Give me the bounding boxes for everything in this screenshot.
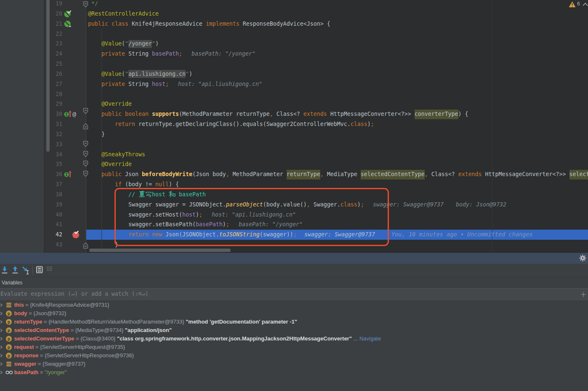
token-def: (body != (122, 181, 155, 187)
git-blame-annotation: You, 10 minutes ago • Uncommitted change… (391, 230, 533, 240)
code-line-32[interactable]: } (88, 129, 105, 139)
token-ann: @SneakyThrows (101, 151, 145, 158)
token-def: Json (122, 171, 142, 177)
fold-marker-icon[interactable] (83, 107, 88, 115)
code-line-24[interactable]: private String basePath; (88, 49, 182, 59)
chevron-right-icon[interactable] (0, 354, 3, 357)
chevron-up-icon[interactable] (583, 2, 588, 6)
code-line-20[interactable]: @RestControllerAdvice (88, 9, 159, 19)
layout-settings-button[interactable] (46, 265, 55, 275)
chevron-right-icon[interactable] (0, 371, 3, 374)
evaluate-placeholder: Evaluate expression (↵) or add a watch (… (0, 291, 149, 297)
line-number-32: 32 (44, 129, 62, 139)
code-line-31[interactable]: return returnType.getDeclaringClass().eq… (88, 119, 374, 129)
token-def: (Json body (192, 171, 226, 177)
fold-marker-icon[interactable] (83, 170, 88, 177)
code-line-35[interactable]: @Override (88, 159, 132, 169)
variable-row-body[interactable]: p body = {Json@9732} (0, 309, 588, 318)
chevron-right-icon[interactable] (0, 337, 3, 340)
line-number-21: 21 (44, 19, 62, 29)
svg-text:p: p (8, 353, 10, 358)
variable-tostring: "application/json" (123, 327, 172, 333)
token-def: ( (122, 71, 125, 77)
code-line-19[interactable]: */ (88, 0, 98, 9)
navigate-link[interactable]: Navigate (359, 335, 381, 342)
save-watches-button[interactable] (11, 265, 21, 275)
variable-name: selectedConverterType (14, 335, 74, 342)
equals-sign: = (42, 319, 48, 325)
code-line-21[interactable]: public class Knife4jResponseAdvice imple… (88, 19, 330, 29)
token-def (88, 81, 101, 87)
inline-hint: host: "api.liushigong.cn" (178, 79, 262, 89)
svg-text:p: p (8, 328, 10, 333)
fold-marker-icon[interactable] (83, 160, 88, 167)
load-watches-button[interactable] (1, 265, 10, 275)
fold-marker-icon[interactable] (83, 1, 88, 8)
token-str: " (152, 40, 155, 47)
param-icon: p (5, 310, 12, 317)
chevron-right-icon[interactable] (0, 345, 3, 349)
inline-hint: body: Json@9732 (456, 200, 506, 210)
inspections-widget[interactable]: 6 (567, 0, 588, 8)
chevron-right-icon[interactable] (0, 303, 3, 307)
token-ann: @RestControllerAdvice (88, 11, 159, 17)
line-number-28: 28 (44, 89, 62, 99)
code-editor[interactable]: 1920212223242526272829303132333435363738… (0, 0, 588, 253)
variables-tree[interactable]: this = {Knife4jResponseAdvice@9731} p bo… (0, 301, 588, 391)
variable-name: response (14, 352, 39, 359)
code-line-29[interactable]: @Override (88, 99, 132, 109)
variable-row-basePath[interactable]: basePath = "/yonger" (0, 368, 588, 377)
chevron-right-icon[interactable] (0, 362, 3, 366)
variable-row-request[interactable]: p request = {ServletServerHttpRequest@97… (0, 343, 588, 351)
fold-marker-icon[interactable] (83, 242, 88, 249)
token-inj: /yonger (128, 40, 152, 47)
equals-sign: = (38, 369, 45, 375)
variable-reference: {Json@9732} (33, 310, 66, 316)
variable-row-selectedConverterType[interactable]: p selectedConverterType = {Class@3400} "… (0, 335, 588, 343)
chevron-right-icon[interactable] (0, 312, 3, 315)
line-number-24: 24 (44, 49, 62, 59)
variable-row-selectedContentType[interactable]: p selectedContentType = {MediaType@9734}… (0, 326, 588, 335)
svg-text:p: p (8, 319, 10, 324)
gear-icon[interactable] (579, 254, 586, 262)
variable-row-swagger[interactable]: swagger = {Swagger@9737} (0, 360, 588, 368)
fold-marker-icon[interactable] (83, 140, 88, 147)
jump-to-cursor-button[interactable] (21, 265, 31, 275)
debug-panel-header[interactable] (0, 253, 588, 264)
param-icon: p (5, 344, 12, 351)
token-inj: api.liushigong.cn (128, 71, 186, 77)
variable-row-returnType[interactable]: p returnType = {HandlerMethod$ReturnValu… (0, 318, 588, 326)
editor-horizontal-scrollbar-thumb[interactable] (89, 249, 231, 252)
variables-label: Variables (2, 280, 22, 286)
token-ann: @Value (101, 71, 122, 77)
code-line-30[interactable]: public boolean supports(MethodParameter … (88, 109, 468, 119)
project-tool-window (0, 0, 44, 253)
code-line-26[interactable]: @Value("api.liushigong.cn") (88, 69, 192, 79)
chevron-right-icon[interactable] (0, 329, 3, 332)
variable-row-this[interactable]: this = {Knife4jResponseAdvice@9731} (0, 301, 588, 309)
token-kw: if (115, 181, 122, 187)
right-margin-guide (492, 0, 492, 252)
code-line-27[interactable]: private String host; (88, 79, 169, 89)
token-kw: private (101, 81, 125, 87)
line-number-38: 38 (44, 190, 62, 200)
code-line-23[interactable]: @Value("/yonger") (88, 39, 159, 49)
token-def: String (125, 51, 152, 57)
fold-marker-icon[interactable] (83, 150, 88, 158)
variable-reference: {Swagger@9737} (43, 361, 85, 367)
code-line-36[interactable]: public Json beforeBodyWrite(Json body, M… (88, 169, 588, 179)
token-kw: ; (179, 51, 182, 57)
token-ann: @Value (101, 40, 122, 47)
evaluate-expression-input[interactable]: Evaluate expression (↵) or add a watch (… (0, 288, 588, 301)
chevron-right-icon[interactable] (0, 320, 3, 324)
evaluate-expression-button[interactable] (35, 265, 45, 275)
variables-tab[interactable]: Variables (0, 277, 588, 288)
line-number-31: 31 (44, 119, 62, 129)
token-kw: ; (371, 121, 374, 127)
variable-row-response[interactable]: p response = {ServletServerHttpResponse@… (0, 351, 588, 360)
add-watch-icon[interactable] (580, 291, 587, 298)
fold-marker-icon[interactable] (83, 123, 88, 130)
at-sign-gutter-icon: @ (72, 110, 79, 118)
code-line-34[interactable]: @SneakyThrows (88, 150, 145, 160)
equals-sign: = (24, 302, 30, 308)
